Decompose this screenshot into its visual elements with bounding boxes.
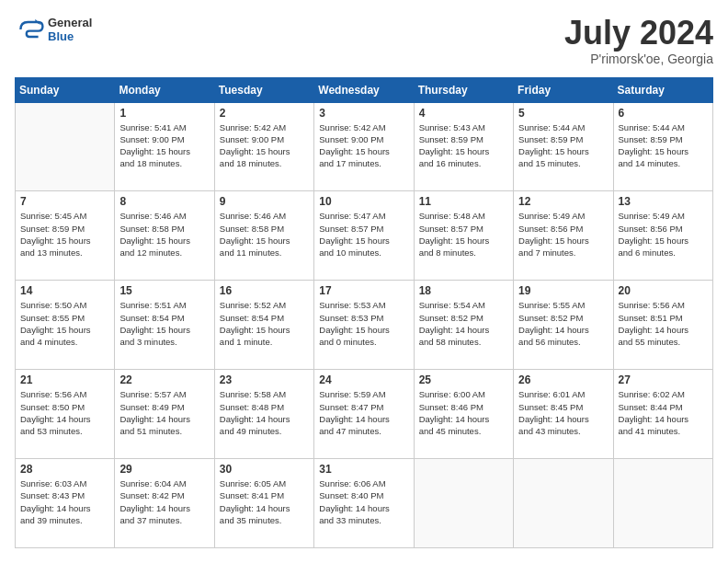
day-info: Sunrise: 5:53 AM Sunset: 8:53 PM Dayligh… [319, 299, 408, 348]
calendar-cell: 16Sunrise: 5:52 AM Sunset: 8:54 PM Dayli… [214, 281, 313, 370]
calendar: Sunday Monday Tuesday Wednesday Thursday… [15, 77, 713, 548]
day-info: Sunrise: 5:42 AM Sunset: 9:00 PM Dayligh… [220, 121, 309, 170]
day-number: 6 [619, 107, 708, 120]
calendar-cell: 25Sunrise: 6:00 AM Sunset: 8:46 PM Dayli… [414, 370, 513, 459]
logo-general: General [48, 16, 92, 29]
day-info: Sunrise: 6:00 AM Sunset: 8:46 PM Dayligh… [419, 388, 508, 437]
day-info: Sunrise: 5:48 AM Sunset: 8:57 PM Dayligh… [419, 210, 508, 259]
day-number: 14 [20, 284, 109, 297]
col-thursday: Thursday [414, 77, 513, 102]
day-number: 18 [419, 284, 508, 297]
day-number: 4 [419, 107, 508, 120]
calendar-cell: 27Sunrise: 6:02 AM Sunset: 8:44 PM Dayli… [613, 370, 712, 459]
calendar-header-row: Sunday Monday Tuesday Wednesday Thursday… [16, 77, 713, 102]
day-number: 3 [319, 107, 408, 120]
day-number: 20 [619, 284, 708, 297]
col-monday: Monday [115, 77, 214, 102]
col-tuesday: Tuesday [214, 77, 313, 102]
calendar-cell: 13Sunrise: 5:49 AM Sunset: 8:56 PM Dayli… [613, 191, 712, 281]
day-info: Sunrise: 6:03 AM Sunset: 8:43 PM Dayligh… [20, 477, 109, 526]
day-info: Sunrise: 5:43 AM Sunset: 8:59 PM Dayligh… [419, 121, 508, 170]
day-number: 28 [20, 463, 109, 476]
logo-text: General Blue [48, 16, 92, 43]
day-number: 10 [319, 195, 408, 208]
day-number: 24 [319, 373, 408, 386]
day-info: Sunrise: 6:02 AM Sunset: 8:44 PM Dayligh… [619, 388, 708, 437]
calendar-cell: 17Sunrise: 5:53 AM Sunset: 8:53 PM Dayli… [314, 281, 414, 370]
day-number: 21 [20, 373, 109, 386]
day-number: 16 [220, 284, 309, 297]
calendar-cell: 9Sunrise: 5:46 AM Sunset: 8:58 PM Daylig… [214, 191, 313, 281]
month-title: July 2024 [564, 15, 713, 52]
week-row-1: 7Sunrise: 5:45 AM Sunset: 8:59 PM Daylig… [16, 191, 713, 281]
week-row-3: 21Sunrise: 5:56 AM Sunset: 8:50 PM Dayli… [16, 370, 713, 459]
day-info: Sunrise: 5:42 AM Sunset: 9:00 PM Dayligh… [319, 121, 408, 170]
day-info: Sunrise: 5:46 AM Sunset: 8:58 PM Dayligh… [119, 210, 209, 259]
day-info: Sunrise: 5:55 AM Sunset: 8:52 PM Dayligh… [518, 299, 608, 348]
col-wednesday: Wednesday [314, 77, 414, 102]
day-number: 5 [518, 107, 608, 120]
calendar-cell: 31Sunrise: 6:06 AM Sunset: 8:40 PM Dayli… [314, 459, 414, 548]
calendar-cell: 14Sunrise: 5:50 AM Sunset: 8:55 PM Dayli… [16, 281, 115, 370]
day-number: 8 [119, 195, 209, 208]
calendar-cell: 8Sunrise: 5:46 AM Sunset: 8:58 PM Daylig… [115, 191, 214, 281]
week-row-2: 14Sunrise: 5:50 AM Sunset: 8:55 PM Dayli… [16, 281, 713, 370]
week-row-4: 28Sunrise: 6:03 AM Sunset: 8:43 PM Dayli… [16, 459, 713, 548]
week-row-0: 1Sunrise: 5:41 AM Sunset: 9:00 PM Daylig… [16, 102, 713, 191]
col-friday: Friday [514, 77, 613, 102]
day-info: Sunrise: 6:04 AM Sunset: 8:42 PM Dayligh… [119, 477, 209, 526]
logo-blue: Blue [48, 29, 92, 43]
header: General Blue July 2024 P'rimorsk'oe, Geo… [15, 15, 713, 66]
day-number: 26 [518, 373, 608, 386]
day-info: Sunrise: 5:51 AM Sunset: 8:54 PM Dayligh… [119, 299, 209, 348]
day-info: Sunrise: 5:47 AM Sunset: 8:57 PM Dayligh… [319, 210, 408, 259]
calendar-cell: 6Sunrise: 5:44 AM Sunset: 8:59 PM Daylig… [613, 102, 712, 191]
day-info: Sunrise: 5:45 AM Sunset: 8:59 PM Dayligh… [20, 210, 109, 259]
day-info: Sunrise: 6:05 AM Sunset: 8:41 PM Dayligh… [220, 477, 309, 526]
col-sunday: Sunday [16, 77, 115, 102]
calendar-cell: 11Sunrise: 5:48 AM Sunset: 8:57 PM Dayli… [414, 191, 513, 281]
day-number: 27 [619, 373, 708, 386]
calendar-cell: 5Sunrise: 5:44 AM Sunset: 8:59 PM Daylig… [514, 102, 613, 191]
calendar-cell: 10Sunrise: 5:47 AM Sunset: 8:57 PM Dayli… [314, 191, 414, 281]
logo: General Blue [15, 15, 92, 44]
day-info: Sunrise: 5:59 AM Sunset: 8:47 PM Dayligh… [319, 388, 408, 437]
day-number: 30 [220, 463, 309, 476]
calendar-cell: 3Sunrise: 5:42 AM Sunset: 9:00 PM Daylig… [314, 102, 414, 191]
day-info: Sunrise: 5:57 AM Sunset: 8:49 PM Dayligh… [119, 388, 209, 437]
day-info: Sunrise: 5:50 AM Sunset: 8:55 PM Dayligh… [20, 299, 109, 348]
day-number: 22 [119, 373, 209, 386]
calendar-cell: 4Sunrise: 5:43 AM Sunset: 8:59 PM Daylig… [414, 102, 513, 191]
day-info: Sunrise: 5:54 AM Sunset: 8:52 PM Dayligh… [419, 299, 508, 348]
calendar-cell: 20Sunrise: 5:56 AM Sunset: 8:51 PM Dayli… [613, 281, 712, 370]
day-info: Sunrise: 5:52 AM Sunset: 8:54 PM Dayligh… [220, 299, 309, 348]
title-block: July 2024 P'rimorsk'oe, Georgia [564, 15, 713, 66]
day-number: 19 [518, 284, 608, 297]
day-number: 7 [20, 195, 109, 208]
calendar-cell [613, 459, 712, 548]
day-number: 17 [319, 284, 408, 297]
calendar-cell: 21Sunrise: 5:56 AM Sunset: 8:50 PM Dayli… [16, 370, 115, 459]
col-saturday: Saturday [613, 77, 712, 102]
day-info: Sunrise: 5:44 AM Sunset: 8:59 PM Dayligh… [619, 121, 708, 170]
calendar-cell: 30Sunrise: 6:05 AM Sunset: 8:41 PM Dayli… [214, 459, 313, 548]
day-number: 1 [119, 107, 209, 120]
day-info: Sunrise: 5:44 AM Sunset: 8:59 PM Dayligh… [518, 121, 608, 170]
day-info: Sunrise: 5:49 AM Sunset: 8:56 PM Dayligh… [619, 210, 708, 259]
calendar-cell [414, 459, 513, 548]
calendar-cell: 19Sunrise: 5:55 AM Sunset: 8:52 PM Dayli… [514, 281, 613, 370]
day-number: 12 [518, 195, 608, 208]
day-info: Sunrise: 5:41 AM Sunset: 9:00 PM Dayligh… [119, 121, 209, 170]
calendar-cell: 18Sunrise: 5:54 AM Sunset: 8:52 PM Dayli… [414, 281, 513, 370]
calendar-cell: 22Sunrise: 5:57 AM Sunset: 8:49 PM Dayli… [115, 370, 214, 459]
day-number: 23 [220, 373, 309, 386]
calendar-cell: 15Sunrise: 5:51 AM Sunset: 8:54 PM Dayli… [115, 281, 214, 370]
day-info: Sunrise: 5:56 AM Sunset: 8:50 PM Dayligh… [20, 388, 109, 437]
day-number: 9 [220, 195, 309, 208]
calendar-cell: 12Sunrise: 5:49 AM Sunset: 8:56 PM Dayli… [514, 191, 613, 281]
calendar-cell: 7Sunrise: 5:45 AM Sunset: 8:59 PM Daylig… [16, 191, 115, 281]
calendar-cell: 28Sunrise: 6:03 AM Sunset: 8:43 PM Dayli… [16, 459, 115, 548]
calendar-cell: 29Sunrise: 6:04 AM Sunset: 8:42 PM Dayli… [115, 459, 214, 548]
day-number: 13 [619, 195, 708, 208]
calendar-cell: 26Sunrise: 6:01 AM Sunset: 8:45 PM Dayli… [514, 370, 613, 459]
